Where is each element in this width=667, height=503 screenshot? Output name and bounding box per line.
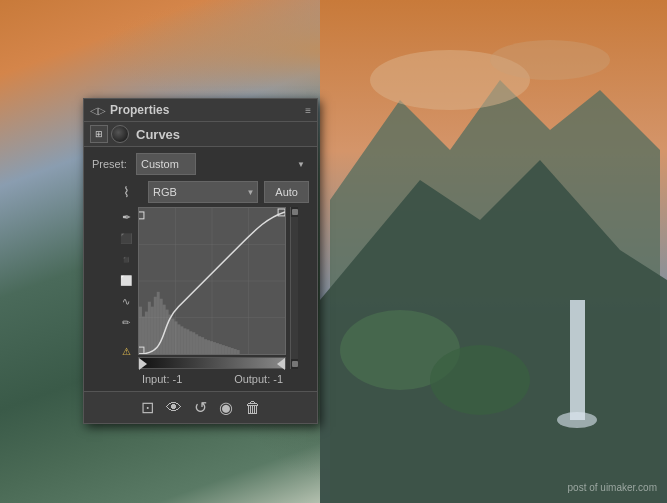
svg-rect-29 bbox=[180, 326, 183, 354]
curves-type-icon[interactable]: ⊞ bbox=[90, 125, 108, 143]
svg-rect-27 bbox=[175, 321, 178, 354]
svg-rect-41 bbox=[216, 343, 219, 354]
eyedropper-gray-icon[interactable]: ◾ bbox=[116, 249, 136, 269]
preset-select[interactable]: Custom bbox=[136, 153, 196, 175]
svg-rect-37 bbox=[204, 339, 207, 354]
preset-row: Preset: Custom bbox=[92, 153, 309, 175]
svg-rect-3 bbox=[570, 300, 585, 420]
panel-content: Preset: Custom ⌇ bbox=[84, 147, 317, 391]
panel-title-left: ◁▷ Properties bbox=[90, 103, 169, 117]
curves-graph[interactable] bbox=[138, 207, 286, 355]
scroll-up-arrow[interactable] bbox=[292, 209, 298, 215]
add-layer-mask-icon[interactable]: ⊡ bbox=[141, 398, 154, 417]
pencil-draw-icon[interactable]: ✏ bbox=[116, 312, 136, 332]
collapse-icon[interactable]: ◁▷ bbox=[90, 105, 106, 116]
svg-rect-47 bbox=[234, 349, 237, 354]
svg-rect-36 bbox=[201, 337, 204, 354]
layer-color-icon[interactable] bbox=[111, 125, 129, 143]
highlight-point-handle[interactable] bbox=[277, 358, 285, 370]
svg-rect-48 bbox=[237, 350, 240, 354]
svg-rect-28 bbox=[177, 324, 180, 354]
preset-select-wrapper: Custom bbox=[136, 153, 309, 175]
svg-rect-42 bbox=[219, 344, 222, 354]
curves-grid-svg bbox=[139, 208, 285, 354]
svg-rect-35 bbox=[198, 336, 201, 354]
scroll-track bbox=[291, 217, 298, 359]
panel-scrollbar[interactable] bbox=[290, 207, 298, 369]
svg-rect-38 bbox=[207, 340, 210, 354]
svg-rect-45 bbox=[228, 347, 231, 354]
layer-visibility-icon[interactable]: 👁 bbox=[166, 399, 182, 417]
watermark: post of uimaker.com bbox=[568, 482, 657, 493]
svg-point-4 bbox=[557, 412, 597, 428]
curves-area: ⌇ RGB Auto ✒ ⬛ ◾ ⬜ bbox=[92, 181, 309, 385]
svg-rect-44 bbox=[225, 346, 228, 354]
side-tools: ✒ ⬛ ◾ ⬜ ∿ ✏ ⚠ bbox=[116, 207, 134, 369]
smooth-curve-icon[interactable]: ∿ bbox=[116, 291, 136, 311]
rgb-row: ⌇ RGB Auto bbox=[116, 181, 309, 203]
channel-select[interactable]: RGB bbox=[148, 181, 258, 203]
warning-triangle-icon: ⚠ bbox=[116, 341, 136, 361]
tools-left bbox=[92, 181, 114, 385]
svg-rect-16 bbox=[142, 317, 145, 354]
svg-rect-39 bbox=[210, 341, 213, 354]
svg-rect-31 bbox=[186, 329, 189, 354]
svg-rect-26 bbox=[172, 318, 175, 354]
output-value: -1 bbox=[273, 373, 283, 385]
pencil-tool-icon[interactable]: ✒ bbox=[116, 207, 136, 227]
svg-rect-22 bbox=[160, 299, 163, 354]
reset-adjustments-icon[interactable]: ↺ bbox=[194, 398, 207, 417]
channel-select-wrapper: RGB bbox=[148, 181, 258, 203]
eyedropper-white-icon[interactable]: ⬜ bbox=[116, 270, 136, 290]
svg-rect-20 bbox=[154, 297, 157, 354]
delete-adjustment-icon[interactable]: 🗑 bbox=[245, 399, 261, 417]
auto-button[interactable]: Auto bbox=[264, 181, 309, 203]
view-previous-icon[interactable]: ◉ bbox=[219, 398, 233, 417]
on-image-adjust-icon[interactable]: ⌇ bbox=[116, 182, 136, 202]
bottom-toolbar: ⊡ 👁 ↺ ◉ 🗑 bbox=[84, 391, 317, 423]
io-row: Input: -1 Output: -1 bbox=[116, 373, 309, 385]
svg-point-8 bbox=[490, 40, 610, 80]
panel-controls: ≡ bbox=[305, 105, 311, 116]
curves-main: ⌇ RGB Auto ✒ ⬛ ◾ ⬜ bbox=[116, 181, 309, 385]
svg-rect-33 bbox=[192, 332, 195, 354]
graph-row: ✒ ⬛ ◾ ⬜ ∿ ✏ ⚠ bbox=[116, 207, 309, 369]
tools-column: ⌇ bbox=[116, 182, 138, 202]
svg-rect-30 bbox=[183, 328, 186, 354]
scroll-down-arrow[interactable] bbox=[292, 361, 298, 367]
panel-titlebar: ◁▷ Properties ≡ bbox=[84, 99, 317, 122]
output-label: Output: -1 bbox=[234, 373, 283, 385]
eyedropper-black-icon[interactable]: ⬛ bbox=[116, 228, 136, 248]
shadow-point-handle[interactable] bbox=[139, 358, 147, 370]
panel-title: Properties bbox=[110, 103, 169, 117]
svg-rect-32 bbox=[189, 331, 192, 354]
input-value: -1 bbox=[173, 373, 183, 385]
svg-rect-49 bbox=[139, 212, 144, 219]
svg-rect-18 bbox=[148, 302, 151, 354]
svg-point-6 bbox=[430, 345, 530, 415]
svg-rect-46 bbox=[231, 348, 234, 354]
curves-graph-container bbox=[138, 207, 286, 369]
menu-icon[interactable]: ≡ bbox=[305, 105, 311, 116]
curves-title: Curves bbox=[136, 127, 180, 142]
svg-rect-34 bbox=[195, 334, 198, 354]
properties-panel: ◁▷ Properties ≡ ⊞ Curves Preset: Custom bbox=[83, 98, 318, 424]
svg-rect-40 bbox=[213, 342, 216, 354]
input-label: Input: -1 bbox=[142, 373, 182, 385]
svg-rect-43 bbox=[222, 345, 225, 354]
tonal-range-slider[interactable] bbox=[138, 357, 286, 369]
svg-rect-24 bbox=[166, 310, 169, 354]
preset-label: Preset: bbox=[92, 158, 130, 170]
svg-rect-19 bbox=[151, 307, 154, 354]
layer-icons-row: ⊞ Curves bbox=[84, 122, 317, 147]
svg-rect-17 bbox=[145, 312, 148, 354]
